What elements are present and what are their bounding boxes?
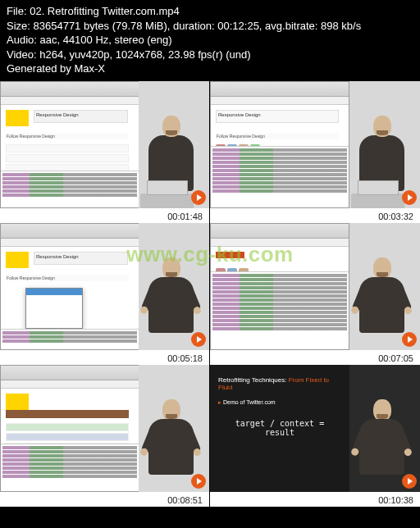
devtools-panel [1, 329, 139, 349]
laptop-icon [351, 193, 404, 208]
thumbnail-cell[interactable]: Responsive Design Follow Responsive Desi… [0, 223, 210, 365]
browser-screenshot: Responsive Design Follow Responsive Desi… [210, 81, 349, 208]
thumbnail-row: 00:08:51 Retrofitting Techniques: From F… [0, 365, 420, 507]
timestamp-label: 00:01:48 [167, 212, 203, 221]
browser-screenshot: Responsive Design Follow Responsive Desi… [0, 81, 139, 208]
timestamp-bar: 00:01:48 [0, 208, 209, 223]
timestamp-bar: 00:10:38 [210, 492, 420, 507]
video-line: Video: h264, yuv420p, 1024x768, 23.98 fp… [7, 48, 413, 62]
follow-bar: Follow Responsive Design [216, 133, 339, 139]
timestamp-bar: 00:05:18 [0, 350, 209, 365]
browser-screenshot: Responsive Design Follow Responsive Desi… [0, 223, 139, 350]
timestamp-label: 00:05:18 [167, 353, 203, 363]
devtools-panel [1, 444, 139, 491]
page-title: Responsive Design [34, 252, 128, 265]
timestamp-bar: 00:07:05 [210, 350, 420, 365]
audio-line: Audio: aac, 44100 Hz, stereo (eng) [7, 33, 413, 48]
play-icon [402, 190, 417, 205]
speaker-view [139, 81, 209, 208]
play-icon [191, 332, 206, 347]
thumbnail-cell[interactable]: 00:08:51 [0, 365, 210, 507]
speaker-view [349, 365, 420, 492]
thumbnail-cell[interactable]: Responsive Design Follow Responsive Desi… [0, 81, 210, 223]
play-icon [191, 190, 206, 205]
generated-line: Generated by Max-X [7, 61, 413, 76]
thumbnail-row: Responsive Design Follow Responsive Desi… [0, 81, 420, 223]
size-line: Size: 83654771 bytes (79.78 MiB), durati… [7, 19, 413, 34]
timestamp-label: 00:08:51 [167, 495, 203, 505]
page-logo-block [6, 394, 29, 410]
thumbnail-row: Responsive Design Follow Responsive Desi… [0, 223, 420, 365]
follow-bar: Follow Responsive Design [6, 275, 129, 281]
timestamp-bar: 00:03:32 [210, 208, 420, 223]
thumbnail-cell[interactable]: Responsive Design Follow Responsive Desi… [210, 81, 420, 223]
timestamp-label: 00:07:05 [378, 353, 413, 363]
speaker-view [349, 223, 420, 350]
slide-formula: target / context = result [218, 419, 341, 437]
follow-bar: Follow Responsive Design [6, 133, 129, 139]
play-icon [402, 332, 417, 347]
devtools-panel [1, 171, 139, 207]
speaker-view [349, 81, 420, 208]
file-name-line: File: 02. Retrofitting Twitter.com.mp4 [7, 4, 413, 19]
devtools-panel [211, 146, 349, 207]
media-info-header: File: 02. Retrofitting Twitter.com.mp4 S… [0, 0, 420, 81]
slide-subtitle: Demo of Twitter.com [218, 399, 341, 406]
laptop-icon [140, 193, 194, 208]
page-logo-block [6, 252, 29, 268]
page-title: Responsive Design [34, 110, 128, 123]
play-icon [402, 474, 417, 489]
play-icon [191, 474, 206, 489]
thumbnail-grid: Responsive Design Follow Responsive Desi… [0, 81, 420, 507]
timestamp-bar: 00:08:51 [0, 492, 209, 507]
browser-screenshot [0, 365, 139, 492]
timestamp-label: 00:10:38 [378, 495, 413, 505]
presentation-slide: Retrofitting Techniques: From Fixed to F… [210, 365, 349, 492]
devtools-panel [211, 271, 349, 349]
slide-title: Retrofitting Techniques: From Fixed to F… [218, 376, 341, 391]
speaker-view [139, 223, 209, 350]
thumbnail-cell[interactable]: Retrofitting Techniques: From Fixed to F… [210, 365, 420, 507]
modal-popup [25, 288, 83, 329]
browser-screenshot [210, 223, 349, 350]
timestamp-label: 00:03:32 [378, 212, 413, 221]
page-title: Responsive Design [216, 110, 339, 123]
speaker-view [139, 365, 209, 492]
page-accent [216, 252, 244, 258]
thumbnail-cell[interactable]: 00:07:05 [210, 223, 420, 365]
page-logo-block [6, 110, 29, 126]
page-banner [6, 410, 129, 418]
